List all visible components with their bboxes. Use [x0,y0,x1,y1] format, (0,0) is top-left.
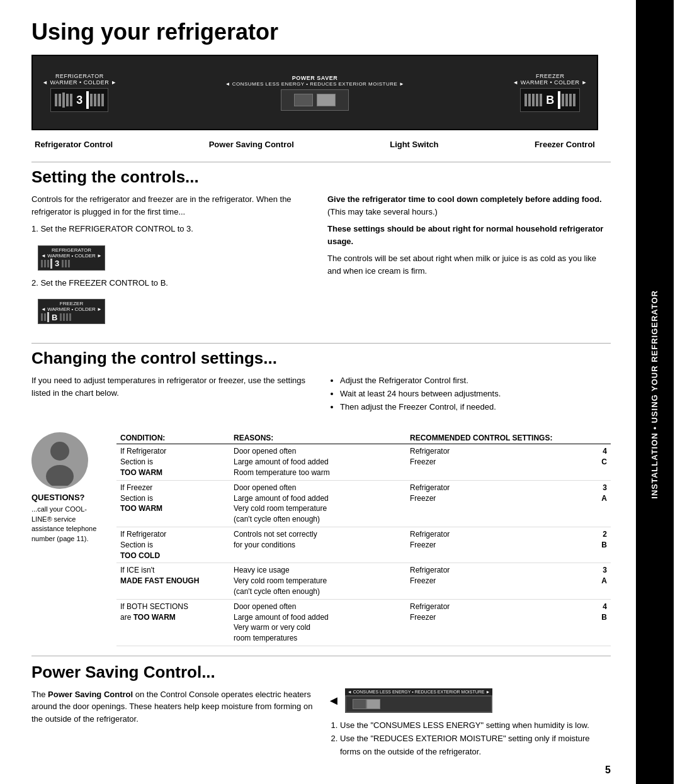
power-text1: The Power Saving Control on the Control … [31,688,315,725]
ftick6 [558,91,560,109]
ps-mini-switch [345,695,493,713]
tick7 [90,94,93,106]
bullet-1: Adjust the Refrigerator Control first. [340,374,611,388]
mini-ref-ticks: 3 [41,259,102,269]
tick10 [101,94,104,106]
person-svg [35,435,85,486]
frz-label: FREEZER ◄ WARMER • COLDER ► [513,73,587,86]
ps-block1 [294,94,313,106]
changing-bullets: Adjust the Refrigerator Control first. W… [327,374,611,413]
frz-control-section: FREEZER ◄ WARMER • COLDER ► B [513,73,587,112]
power-item2-text: Use the "REDUCES EXTERIOR MOISTURE" sett… [340,734,589,756]
power-right-col: ◄ ◄ CONSUMES LESS ENERGY • REDUCES EXTER… [327,688,611,758]
mft-active [47,312,49,322]
frz-ctrl-label: Freezer Control [535,140,595,149]
table-row: If BOTH SECTIONSare TOO WARM Door opened… [116,599,611,646]
ftick4 [536,94,538,106]
mft6 [69,313,71,321]
ps-mini-illustration: ◄ ◄ CONSUMES LESS ENERGY • REDUCES EXTER… [327,688,611,713]
ref-ctrl-label: Refrigerator Control [35,140,113,149]
frz-slider: B [520,88,580,112]
val5: 4B [567,599,611,646]
page-number: 5 [31,764,611,776]
power-left-col: The Power Saving Control on the Control … [31,688,315,758]
ps-mini-label-text: ◄ CONSUMES LESS ENERGY • REDUCES EXTERIO… [345,688,493,695]
step1-wrapper: 1. Set the REFRIGERATOR CONTROL to 3. [31,223,315,240]
ps-label: POWER SAVER ◄ CONSUMES LESS ENERGY • RED… [225,75,405,87]
tick1 [55,94,57,106]
table-row: If RefrigeratorSection isTOO WARM Door o… [116,444,611,480]
ref-number: 3 [76,94,82,107]
ftick1 [524,94,527,106]
reas3: Controls not set correctlyfor your condi… [230,527,406,563]
mft1 [41,313,43,321]
power-item1-text: Use the "CONSUMES LESS ENERGY" setting w… [340,720,589,730]
power-two-col: The Power Saving Control on the Control … [31,688,611,758]
changing-two-col: If you need to adjust temperatures in re… [31,374,611,420]
questions-box: QUESTIONS? ...call your COOL-LINE® servi… [31,432,107,646]
bullet-2: Wait at least 24 hours between adjustmen… [340,388,611,401]
cond2: If FreezerSection isTOO WARM [116,480,230,527]
mini-frz-control: FREEZER◄ WARMER • COLDER ► B [38,299,315,324]
ps-mini-wrapper: ◄ CONSUMES LESS ENERGY • REDUCES EXTERIO… [345,688,493,713]
tick2 [59,94,61,106]
svg-point-1 [46,465,74,486]
bullet-3: Then adjust the Freezer Control, if need… [340,401,611,414]
ps-ctrl-label: Power Saving Control [209,140,294,149]
ftick9 [569,94,572,106]
reas1: Door opened oftenLarge amount of food ad… [230,444,406,480]
psm-block2 [366,699,380,709]
ftick5 [540,94,542,106]
ps-switch [281,89,349,111]
ftick7 [562,94,564,106]
sidebar-text: INSTALLATION • USING YOUR REFRIGERATOR [649,290,660,499]
reas4: Heavy ice usageVery cold room temperatur… [230,563,406,599]
step1-text: 1. Set the REFRIGERATOR CONTROL to 3. [31,223,193,235]
rec1: RefrigeratorFreezer [406,444,567,480]
rec5: RefrigeratorFreezer [406,599,567,646]
step2-text: 2. Set the FREEZER CONTROL to B. [31,277,168,289]
table-row: If FreezerSection isTOO WARM Door opened… [116,480,611,527]
mft4 [63,313,65,321]
setting-left-col: Controls for the refrigerator and freeze… [31,193,315,330]
val4: 3A [567,563,611,599]
power-heading: Power Saving Control... [31,663,611,682]
power-item1: Use the "CONSUMES LESS ENERGY" setting w… [340,719,611,732]
table-row: If RefrigeratorSection isTOO COLD Contro… [116,527,611,563]
normal-usage-text: These settings should be about right for… [327,223,611,247]
ftick8 [565,94,568,106]
ps-arrow-icon: ◄ [327,693,340,708]
cond5: If BOTH SECTIONSare TOO WARM [116,599,230,646]
ref-label: REFRIGERATOR ◄ WARMER • COLDER ► [42,73,117,86]
mini-frz-ticks: B [41,312,102,322]
reas2: Door opened oftenLarge amount of food ad… [230,480,406,527]
th-condition: CONDITION: [116,432,230,444]
setting-right-col: Give the refrigerator time to cool down … [327,193,611,330]
setting-heading: Setting the controls... [31,167,611,187]
mrt2 [44,260,46,267]
ps-block2 [317,94,336,106]
control-labels-row: Refrigerator Control Power Saving Contro… [31,140,598,149]
setting-intro: Controls for the refrigerator and freeze… [31,193,315,218]
table-row: If ICE isn'tMADE FAST ENOUGH Heavy ice u… [116,563,611,599]
tick9 [98,94,100,106]
sidebar: INSTALLATION • USING YOUR REFRIGERATOR [636,0,674,784]
mrt5 [65,260,67,267]
frz-letter: B [546,94,554,107]
th-recommended: RECOMMENDED CONTROL SETTINGS: [406,432,611,444]
power-numbered-list: Use the "CONSUMES LESS ENERGY" setting w… [327,719,611,758]
changing-right-col: Adjust the Refrigerator Control first. W… [327,374,611,420]
tick3 [62,92,65,108]
settings-table: CONDITION: REASONS: RECOMMENDED CONTROL … [116,432,611,646]
mrt3 [47,260,49,267]
psm-block1 [353,699,366,709]
tick8 [94,94,96,106]
reas5: Door opened oftenLarge amount of food ad… [230,599,406,646]
val3: 2B [567,527,611,563]
power-item2: Use the "REDUCES EXTERIOR MOISTURE" sett… [340,732,611,759]
questions-text: ...call your COOL-LINE® service assistan… [31,505,107,544]
power-bold: Power Saving Control [48,690,133,699]
control-panel-illustration: REFRIGERATOR ◄ WARMER • COLDER ► 3 [31,55,598,130]
divider2 [31,343,611,344]
setting-two-col: Controls for the refrigerator and freeze… [31,193,611,330]
